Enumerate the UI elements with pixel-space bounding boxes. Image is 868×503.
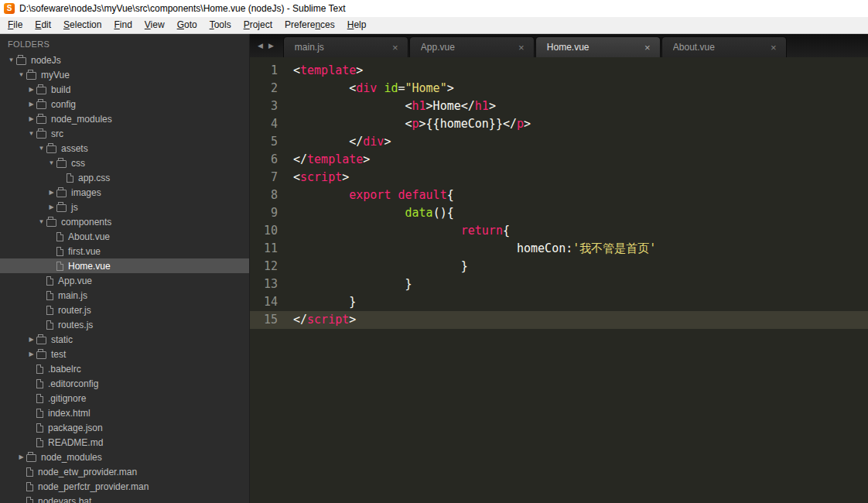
expand-arrow-icon[interactable]: ▶ xyxy=(26,115,36,122)
tree-item-css[interactable]: ▼css xyxy=(0,156,249,170)
folder-icon xyxy=(56,160,67,168)
code-text: <h1>Home</h1> xyxy=(278,98,496,115)
menu-selection[interactable]: Selection xyxy=(57,17,108,33)
collapse-arrow-icon[interactable]: ▼ xyxy=(36,145,46,152)
code-line-10[interactable]: 10 return{ xyxy=(250,222,868,240)
menu-goto[interactable]: Goto xyxy=(171,17,203,33)
tree-item-first.vue[interactable]: first.vue xyxy=(0,244,249,258)
tree-item-.gitignore[interactable]: .gitignore xyxy=(0,391,249,405)
close-icon[interactable]: × xyxy=(389,42,402,53)
tree-item-app.vue[interactable]: App.vue xyxy=(0,273,249,288)
tree-item-node_modules[interactable]: ▶node_modules xyxy=(0,111,249,126)
tree-item-label: app.css xyxy=(78,173,110,183)
expand-arrow-icon[interactable]: ▶ xyxy=(46,189,56,196)
tree-item-static[interactable]: ▶static xyxy=(0,332,249,347)
tree-item-label: .babelrc xyxy=(48,364,81,375)
code-line-7[interactable]: 7<script> xyxy=(250,169,868,186)
folder-tree: ▼nodeJs▼myVue▶build▶config▶node_modules▼… xyxy=(0,53,249,503)
tree-item-.editorconfig[interactable]: .editorconfig xyxy=(0,376,249,391)
menu-preferences[interactable]: Preferences xyxy=(279,17,341,33)
close-icon[interactable]: × xyxy=(515,42,528,53)
tree-item-home.vue[interactable]: Home.vue xyxy=(0,258,249,273)
tree-item-label: components xyxy=(61,217,111,228)
tab-about.vue[interactable]: About.vue× xyxy=(661,36,787,57)
tree-item-node_etw_provider.man[interactable]: node_etw_provider.man xyxy=(0,464,249,479)
code-line-4[interactable]: 4 <p>{{homeCon}}</p> xyxy=(250,115,868,133)
menu-edit[interactable]: Edit xyxy=(29,17,57,33)
collapse-arrow-icon[interactable]: ▼ xyxy=(6,56,16,63)
tree-item-main.js[interactable]: main.js xyxy=(0,288,249,303)
tree-item-router.js[interactable]: router.js xyxy=(0,303,249,317)
menu-tools[interactable]: Tools xyxy=(203,17,238,33)
code-line-5[interactable]: 5 </div> xyxy=(250,133,868,151)
tab-nav-forward-icon[interactable]: ▶ xyxy=(268,42,274,50)
folder-icon xyxy=(36,101,46,109)
tree-item-routes.js[interactable]: routes.js xyxy=(0,317,249,332)
tab-main.js[interactable]: main.js× xyxy=(283,36,408,57)
expand-arrow-icon[interactable]: ▶ xyxy=(26,351,36,358)
tab-app.vue[interactable]: App.vue× xyxy=(409,36,535,57)
folder-icon xyxy=(16,57,26,65)
collapse-arrow-icon[interactable]: ▼ xyxy=(46,159,56,166)
expand-arrow-icon[interactable]: ▶ xyxy=(26,336,36,343)
expand-arrow-icon[interactable]: ▶ xyxy=(46,204,56,210)
tree-item-images[interactable]: ▶images xyxy=(0,185,249,200)
code-line-12[interactable]: 12 } xyxy=(250,258,868,275)
code-text: <div id="Home"> xyxy=(278,80,454,98)
collapse-arrow-icon[interactable]: ▼ xyxy=(16,71,26,78)
tree-item-package.json[interactable]: package.json xyxy=(0,420,249,435)
folder-icon xyxy=(36,337,46,344)
tree-item-config[interactable]: ▶config xyxy=(0,97,249,111)
tree-item-.babelrc[interactable]: .babelrc xyxy=(0,361,249,376)
tree-item-build[interactable]: ▶build xyxy=(0,82,249,97)
tree-item-nodevars.bat[interactable]: nodevars.bat xyxy=(0,494,249,503)
collapse-arrow-icon[interactable]: ▼ xyxy=(26,130,36,137)
code-line-6[interactable]: 6</template> xyxy=(250,151,868,169)
tab-home.vue[interactable]: Home.vue× xyxy=(535,36,661,57)
expand-arrow-icon[interactable]: ▶ xyxy=(26,101,36,108)
tree-item-js[interactable]: ▶js xyxy=(0,200,249,214)
expand-arrow-icon[interactable]: ▶ xyxy=(16,453,26,460)
code-line-13[interactable]: 13 } xyxy=(250,275,868,293)
tree-item-app.css[interactable]: app.css xyxy=(0,170,249,185)
code-line-1[interactable]: 1<template> xyxy=(250,62,868,80)
tree-item-myvue[interactable]: ▼myVue xyxy=(0,67,249,82)
code-line-2[interactable]: 2 <div id="Home"> xyxy=(250,80,868,98)
tree-item-label: node_perfctr_provider.man xyxy=(38,481,149,492)
code-text: <script> xyxy=(278,169,349,186)
tree-item-readme.md[interactable]: README.md xyxy=(0,435,249,450)
menu-view[interactable]: View xyxy=(138,17,171,33)
tree-item-nodejs[interactable]: ▼nodeJs xyxy=(0,53,249,67)
collapse-arrow-icon[interactable]: ▼ xyxy=(36,218,46,225)
tree-item-assets[interactable]: ▼assets xyxy=(0,141,249,156)
code-line-3[interactable]: 3 <h1>Home</h1> xyxy=(250,98,868,115)
tree-item-src[interactable]: ▼src xyxy=(0,126,249,141)
line-number: 7 xyxy=(250,169,278,186)
code-line-15[interactable]: 15</script> xyxy=(250,311,868,329)
code-area[interactable]: 1<template>2 <div id="Home">3 <h1>Home</… xyxy=(250,57,868,503)
tree-item-node_perfctr_provider.man[interactable]: node_perfctr_provider.man xyxy=(0,479,249,494)
menu-file[interactable]: File xyxy=(2,17,29,33)
close-icon[interactable]: × xyxy=(767,42,780,53)
code-line-9[interactable]: 9 data(){ xyxy=(250,204,868,222)
tab-nav-back-icon[interactable]: ◀ xyxy=(258,42,263,50)
tree-item-index.html[interactable]: index.html xyxy=(0,405,249,420)
tree-item-label: Home.vue xyxy=(68,261,111,272)
code-text: } xyxy=(278,275,412,293)
tree-item-test[interactable]: ▶test xyxy=(0,347,249,361)
menu-project[interactable]: Project xyxy=(238,17,279,33)
close-icon[interactable]: × xyxy=(641,42,654,53)
tree-item-label: package.json xyxy=(48,423,103,433)
expand-arrow-icon[interactable]: ▶ xyxy=(26,86,36,93)
code-line-8[interactable]: 8 export default{ xyxy=(250,186,868,204)
menu-find[interactable]: Find xyxy=(108,17,138,33)
tree-item-label: App.vue xyxy=(58,275,92,286)
code-line-11[interactable]: 11 homeCon:'我不管是首页' xyxy=(250,240,868,258)
menu-help[interactable]: Help xyxy=(341,17,373,33)
line-number: 2 xyxy=(250,80,278,98)
tree-item-about.vue[interactable]: About.vue xyxy=(0,229,249,244)
file-icon xyxy=(56,262,63,271)
tree-item-components[interactable]: ▼components xyxy=(0,214,249,229)
code-line-14[interactable]: 14 } xyxy=(250,293,868,311)
tree-item-node_modules[interactable]: ▶node_modules xyxy=(0,450,249,464)
